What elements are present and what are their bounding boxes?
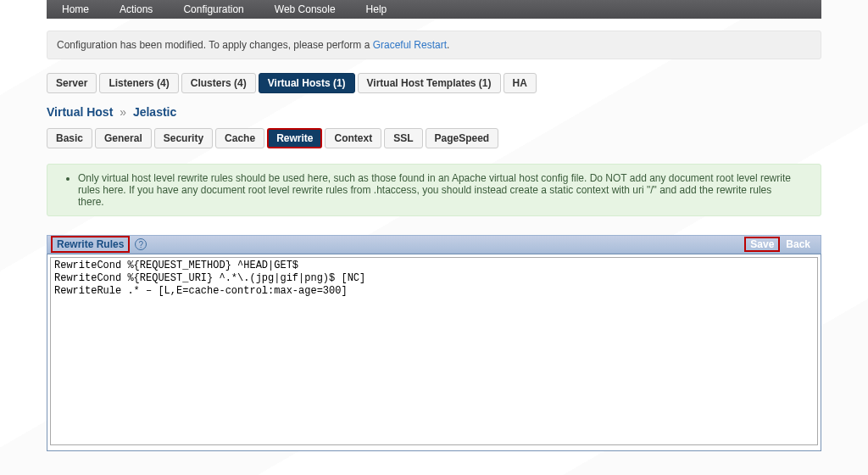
subtab-ssl[interactable]: SSL (384, 128, 422, 148)
breadcrumb: Virtual Host » Jelastic (47, 105, 821, 119)
sub-tabs: BasicGeneralSecurityCacheRewriteContextS… (47, 128, 821, 148)
tab-server[interactable]: Server (47, 73, 97, 93)
rewrite-rules-title: Rewrite Rules (51, 236, 130, 253)
top-nav: Home Actions Configuration Web Console H… (47, 0, 821, 19)
nav-help[interactable]: Help (351, 0, 403, 19)
nav-web-console[interactable]: Web Console (259, 0, 351, 19)
nav-home[interactable]: Home (47, 0, 104, 19)
tab-virtual-hosts-1[interactable]: Virtual Hosts (1) (259, 73, 355, 93)
subtab-general[interactable]: General (95, 128, 152, 148)
rewrite-info-text: Only virtual host level rewrite rules sh… (78, 172, 800, 208)
save-button[interactable]: Save (744, 237, 780, 252)
nav-configuration[interactable]: Configuration (168, 0, 259, 19)
subtab-basic[interactable]: Basic (47, 128, 92, 148)
primary-tabs: ServerListeners (4)Clusters (4)Virtual H… (47, 73, 821, 93)
rewrite-rules-editor-wrap (47, 254, 821, 451)
subtab-rewrite[interactable]: Rewrite (267, 128, 322, 148)
back-button[interactable]: Back (780, 237, 816, 252)
rewrite-info-box: Only virtual host level rewrite rules sh… (47, 164, 821, 216)
breadcrumb-part-2[interactable]: Jelastic (133, 105, 176, 119)
graceful-restart-link[interactable]: Graceful Restart (373, 39, 447, 51)
subtab-security[interactable]: Security (154, 128, 213, 148)
subtab-pagespeed[interactable]: PageSpeed (426, 128, 499, 148)
tab-virtual-host-templates-1[interactable]: Virtual Host Templates (1) (358, 73, 501, 93)
notice-text: Configuration has been modified. To appl… (57, 39, 373, 51)
breadcrumb-part-1[interactable]: Virtual Host (47, 105, 113, 119)
notice-suffix: . (447, 39, 449, 51)
subtab-context[interactable]: Context (325, 128, 381, 148)
rewrite-rules-textarea[interactable] (50, 257, 818, 445)
rewrite-rules-section-header: Rewrite Rules ? Save Back (47, 235, 821, 254)
subtab-cache[interactable]: Cache (215, 128, 264, 148)
config-modified-notice: Configuration has been modified. To appl… (47, 31, 821, 59)
tab-clusters-4[interactable]: Clusters (4) (181, 73, 256, 93)
help-icon[interactable]: ? (135, 238, 147, 250)
breadcrumb-separator: » (120, 105, 126, 119)
nav-actions[interactable]: Actions (104, 0, 168, 19)
tab-ha[interactable]: HA (504, 73, 537, 93)
tab-listeners-4[interactable]: Listeners (4) (99, 73, 178, 93)
